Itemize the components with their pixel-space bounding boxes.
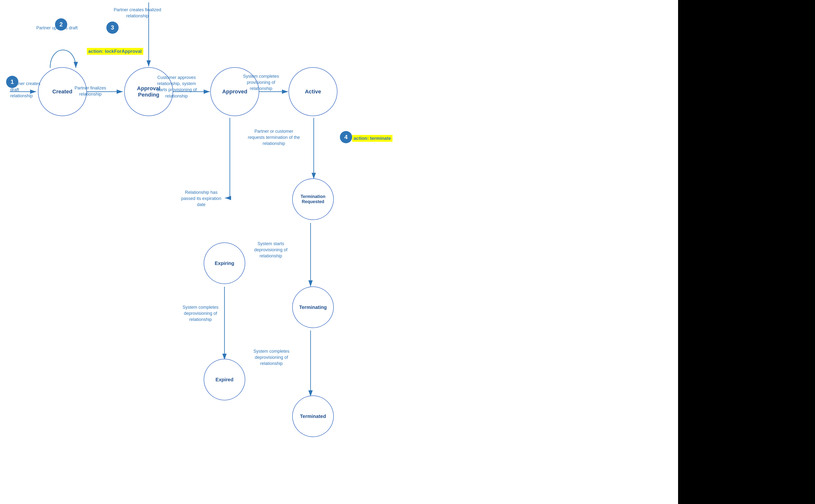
state-termination-requested: Termination Requested xyxy=(292,178,334,220)
diagram-container: 1 2 3 4 Created Approval Pending Approve… xyxy=(0,0,815,504)
label-customer-approves: Customer approves relationship, system s… xyxy=(152,75,201,99)
label-system-completes-provisioning: System completes provisioning of relatio… xyxy=(237,73,285,92)
label-relationship-expiration: Relationship has passed its expiration d… xyxy=(178,189,224,208)
step-badge-2: 2 xyxy=(55,18,67,31)
state-expired: Expired xyxy=(204,359,245,400)
label-partner-finalizes: Partner finalizes relationship xyxy=(71,85,109,97)
state-expiring: Expiring xyxy=(204,242,245,284)
label-system-starts-deprov: System starts deprovisioning of relation… xyxy=(247,241,295,259)
state-terminated: Terminated xyxy=(292,395,334,437)
action-label-terminate: action: terminate xyxy=(352,135,392,142)
state-terminating: Terminating xyxy=(292,286,334,328)
label-partner-customer-termination: Partner or customer requests termination… xyxy=(247,128,301,147)
action-label-lock-for-approval: action: lockForApproval xyxy=(87,48,143,55)
step-badge-4: 4 xyxy=(340,131,352,143)
state-active: Active xyxy=(288,67,337,116)
label-system-completes-deprov-1: System completes deprovisioning of relat… xyxy=(176,304,225,323)
step-badge-1: 1 xyxy=(6,76,18,88)
label-partner-creates-finalized: Partner creates finalized relationship xyxy=(113,7,162,19)
label-system-completes-deprov-2: System completes deprovisioning of relat… xyxy=(247,348,296,367)
step-badge-3: 3 xyxy=(106,22,119,34)
arrows-svg xyxy=(0,0,815,504)
